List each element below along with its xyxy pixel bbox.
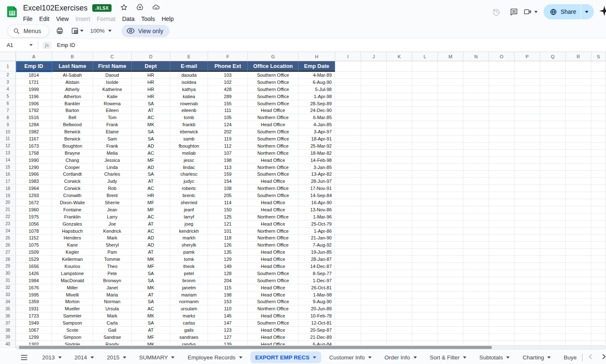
row-header-23[interactable]: 23	[0, 221, 16, 228]
cell-N28[interactable]	[463, 256, 489, 263]
cell-P17[interactable]	[515, 178, 540, 185]
select-all-corner[interactable]	[0, 52, 16, 61]
cell-G30[interactable]: Southern Office	[248, 270, 299, 277]
cell-C36[interactable]: Mark	[93, 312, 132, 320]
cell-D22[interactable]: AC	[132, 213, 170, 221]
cell-K39[interactable]	[387, 334, 412, 341]
cell-K9[interactable]	[387, 121, 412, 128]
cell-O6[interactable]	[489, 100, 515, 107]
cell-F27[interactable]: 135	[208, 249, 248, 256]
cell-J30[interactable]	[361, 270, 387, 277]
column-header-Q[interactable]: Q	[540, 52, 566, 61]
cell-E26[interactable]: sherylk	[170, 242, 208, 249]
cell-I25[interactable]	[335, 234, 361, 242]
column-header-P[interactable]: P	[515, 52, 540, 61]
cell-E31[interactable]: bronm	[170, 277, 208, 284]
cell-A33[interactable]: 1995	[16, 291, 52, 299]
cell-R37[interactable]	[566, 320, 591, 327]
cell-O11[interactable]	[489, 135, 515, 143]
cell-S37[interactable]	[591, 320, 606, 327]
cell-L14[interactable]	[412, 157, 438, 164]
cell-H38[interactable]: 20-Sep-87	[299, 327, 335, 334]
view-only-badge[interactable]: View only	[122, 25, 170, 37]
cell-O20[interactable]	[489, 199, 515, 206]
row-header-5[interactable]: 5	[0, 93, 16, 100]
row-header-10[interactable]: 10	[0, 128, 16, 135]
cell-E25[interactable]: markh	[170, 234, 208, 242]
cell-K18[interactable]	[387, 185, 412, 192]
cell-N37[interactable]	[463, 320, 489, 327]
cell-A5[interactable]: 1196	[16, 93, 52, 100]
cell-M39[interactable]	[438, 334, 463, 341]
cell-C7[interactable]: Eileen	[93, 107, 132, 114]
cell-J31[interactable]	[361, 277, 387, 284]
cell-R39[interactable]	[566, 334, 591, 341]
cell-O37[interactable]	[489, 320, 515, 327]
row-header-26[interactable]: 26	[0, 242, 16, 249]
cell-F9[interactable]: 124	[208, 121, 248, 128]
cell-E39[interactable]: sandraes	[170, 334, 208, 341]
document-title[interactable]: Excel102Exercises	[23, 4, 88, 13]
cell-K8[interactable]	[387, 114, 412, 121]
column-header-C[interactable]: C	[93, 52, 132, 61]
cell-G26[interactable]: Northern Office	[248, 242, 299, 249]
cell-N7[interactable]	[463, 107, 489, 114]
cell-H1[interactable]: Emp Date	[299, 61, 335, 72]
cell-S13[interactable]	[591, 150, 606, 157]
cell-N24[interactable]	[463, 228, 489, 235]
cell-E35[interactable]: ursulam	[170, 305, 208, 312]
cell-J27[interactable]	[361, 249, 387, 256]
cell-D31[interactable]: SA	[132, 277, 170, 284]
cell-K22[interactable]	[387, 213, 412, 221]
cell-J19[interactable]	[361, 192, 387, 199]
cell-H10[interactable]: 3-Apr-97	[299, 128, 335, 135]
cell-C37[interactable]: Carla	[93, 320, 132, 327]
cell-L29[interactable]	[412, 263, 438, 270]
cell-L33[interactable]	[412, 291, 438, 299]
cell-A24[interactable]: 1078	[16, 228, 52, 235]
cell-G19[interactable]: Southern Office	[248, 192, 299, 199]
column-header-B[interactable]: B	[52, 52, 93, 61]
cell-I27[interactable]	[335, 249, 361, 256]
add-shortcut-to-drive-icon[interactable]	[136, 3, 144, 13]
cell-N4[interactable]	[463, 86, 489, 93]
cell-N18[interactable]	[463, 185, 489, 192]
cell-F31[interactable]: 204	[208, 277, 248, 284]
cell-J38[interactable]	[361, 327, 387, 334]
cell-A34[interactable]: 1359	[16, 299, 52, 306]
cell-N35[interactable]	[463, 305, 489, 312]
cell-J20[interactable]	[361, 199, 387, 206]
cell-H20[interactable]: 16-Apr-90	[299, 199, 335, 206]
cell-E19[interactable]: brentc	[170, 192, 208, 199]
cell-S33[interactable]	[591, 291, 606, 299]
cell-S34[interactable]	[591, 299, 606, 306]
cell-J25[interactable]	[361, 234, 387, 242]
cell-I32[interactable]	[335, 284, 361, 291]
cell-M10[interactable]	[438, 128, 463, 135]
sheet-tab-2015[interactable]: 2015	[102, 351, 131, 363]
cell-Q37[interactable]	[540, 320, 566, 327]
cell-L3[interactable]	[412, 79, 438, 86]
cell-N11[interactable]	[463, 135, 489, 143]
row-header-7[interactable]: 7	[0, 107, 16, 114]
cell-M36[interactable]	[438, 312, 463, 320]
cell-B24[interactable]: Hapsbuch	[52, 228, 93, 235]
cell-L1[interactable]	[412, 61, 438, 72]
cell-N22[interactable]	[463, 213, 489, 221]
cell-K35[interactable]	[387, 305, 412, 312]
cell-J36[interactable]	[361, 312, 387, 320]
cell-E11[interactable]: samb	[170, 135, 208, 143]
cell-M19[interactable]	[438, 192, 463, 199]
cell-E12[interactable]: fboughton	[170, 143, 208, 150]
cell-F23[interactable]: 121	[208, 221, 248, 228]
cell-D25[interactable]: AD	[132, 234, 170, 242]
cell-P34[interactable]	[515, 299, 540, 306]
cell-L16[interactable]	[412, 171, 438, 178]
cell-S22[interactable]	[591, 213, 606, 221]
cell-K12[interactable]	[387, 143, 412, 150]
cell-A13[interactable]: 1758	[16, 150, 52, 157]
cell-I18[interactable]	[335, 185, 361, 192]
cell-C17[interactable]: Judy	[93, 178, 132, 185]
cell-S39[interactable]	[591, 334, 606, 341]
row-header-24[interactable]: 24	[0, 228, 16, 235]
